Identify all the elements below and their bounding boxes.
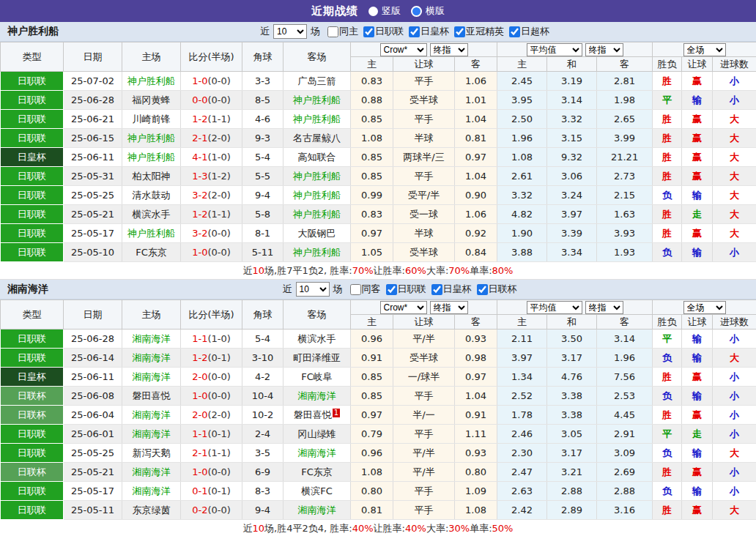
halftime-score: (0-0) — [207, 390, 230, 401]
handicap-line: 受半球 — [393, 91, 455, 110]
league-checkbox[interactable] — [477, 284, 488, 295]
summary-text: 10 — [253, 523, 265, 534]
summary-text: 近 — [243, 522, 253, 535]
corner-count: 10-2 — [242, 406, 284, 425]
same-venue-checkbox[interactable] — [350, 284, 361, 295]
team-section-header: 湘南海洋近10场同客日职联日皇杯日联杯 — [0, 280, 756, 299]
league-checkbox-item[interactable]: 亚冠精英 — [449, 25, 504, 38]
column-header-0: 类型 — [1, 42, 64, 72]
away-team: 湘南海洋 — [284, 387, 351, 406]
league-checkbox[interactable] — [454, 26, 465, 37]
result-outcome: 负 — [653, 349, 682, 368]
handicap-line: 平/半 — [393, 444, 455, 463]
odds-time-select[interactable]: 终指 — [585, 43, 623, 56]
layout-radio-vertical[interactable]: 竖版 — [368, 4, 401, 18]
same-venue-checkbox-item[interactable]: 同主 — [322, 25, 358, 38]
handicap-time-select[interactable]: 终指 — [430, 301, 468, 314]
match-date: 25-06-04 — [64, 406, 122, 425]
away-team-name: 町田泽维亚 — [293, 352, 341, 363]
fulltime-score: 0-2 — [192, 505, 207, 515]
column-header-4: 角球 — [242, 300, 284, 330]
europe-away-odds: 1.96 — [597, 349, 653, 368]
home-team: 湘南海洋 — [122, 482, 181, 501]
handicap-line: 平手 — [393, 501, 455, 520]
home-team-name: 神户胜利船 — [127, 75, 175, 86]
corner-count: 5-8 — [242, 205, 284, 224]
handicap-home-odds: 0.85 — [351, 387, 393, 406]
handicap-source-select[interactable]: Crow* — [380, 43, 427, 56]
home-team: 湘南海洋 — [122, 463, 181, 482]
corner-count: 9-4 — [242, 501, 284, 520]
home-team-name: 湘南海洋 — [133, 352, 171, 363]
same-venue-label: 同客 — [362, 283, 381, 296]
europe-home-odds: 2.45 — [497, 72, 547, 91]
handicap-away-odds: 1.09 — [455, 482, 497, 501]
goals-outcome: 小 — [713, 463, 756, 482]
sub-column-header-1: 让球 — [393, 315, 455, 330]
odds-source-select[interactable]: 平均值 — [527, 301, 582, 314]
match-score: 0-1(0-1) — [181, 482, 242, 501]
match-type-badge: 日职联 — [1, 482, 64, 501]
fulltime-score: 2-1 — [192, 133, 207, 144]
match-score: 3-2(2-0) — [181, 186, 242, 205]
odds-time-select[interactable]: 终指 — [585, 301, 623, 314]
league-checkbox-item[interactable]: 日皇杯 — [404, 25, 449, 38]
league-checkbox-item[interactable]: 日职联 — [358, 25, 404, 38]
away-team-name: 大阪钢巴 — [298, 228, 336, 239]
europe-draw-odds: 2.88 — [547, 482, 597, 501]
handicap-time-select[interactable]: 终指 — [430, 43, 468, 56]
halftime-score: (1-2) — [207, 171, 230, 182]
league-checkbox[interactable] — [363, 26, 374, 37]
match-date: 25-05-11 — [64, 501, 122, 520]
layout-radio-horizontal[interactable]: 横版 — [411, 4, 445, 18]
halftime-score: (1-1) — [207, 209, 230, 220]
scope-select[interactable]: 全场 — [683, 301, 726, 314]
handicap-away-odds: 0.80 — [455, 463, 497, 482]
home-team: 湘南海洋 — [122, 349, 181, 368]
odds-source-select[interactable]: 平均值 — [527, 43, 582, 56]
league-checkbox[interactable] — [509, 26, 520, 37]
sub-column-header-7: 让球 — [682, 315, 713, 330]
recent-count-select[interactable]: 10 — [273, 24, 307, 39]
handicap-away-odds: 0.97 — [455, 368, 497, 387]
same-venue-label: 同主 — [339, 25, 358, 38]
league-checkbox-label: 日职联 — [375, 25, 404, 38]
goals-outcome: 大 — [713, 205, 756, 224]
sub-column-header-3: 主 — [497, 57, 547, 72]
league-checkbox-item[interactable]: 日超杯 — [504, 25, 549, 38]
league-checkbox-item[interactable]: 日职联 — [381, 283, 426, 296]
table-row: 日皇杯25-06-11神户胜利船4-1(1-0)5-4高知联合0.85两球半/三… — [1, 148, 756, 167]
handicap-line: 平手 — [393, 387, 455, 406]
league-checkbox-item[interactable]: 日联杯 — [472, 283, 517, 296]
corner-count: 3-3 — [242, 72, 284, 91]
home-team: 柏太阳神 — [122, 167, 181, 186]
handicap-away-odds: 0.84 — [455, 243, 497, 262]
halftime-score: (0-0) — [207, 371, 230, 382]
filter-bar: 近10场同主日职联日皇杯亚冠精英日超杯 — [258, 24, 549, 39]
halftime-score: (1-0) — [207, 333, 230, 344]
result-group-header: 全场 — [653, 42, 756, 57]
handicap-source-select[interactable]: Crow* — [380, 301, 427, 314]
recent-count-select[interactable]: 10 — [296, 282, 330, 297]
same-venue-checkbox[interactable] — [327, 26, 338, 37]
home-team-name: 福冈黄蜂 — [133, 94, 171, 105]
league-checkbox-item[interactable]: 日皇杯 — [426, 283, 472, 296]
same-venue-checkbox-item[interactable]: 同客 — [345, 283, 381, 296]
handicap-home-odds: 0.99 — [351, 186, 393, 205]
match-score: 1-1(1-0) — [181, 330, 242, 349]
league-checkbox[interactable] — [409, 26, 420, 37]
matches-table: 类型日期主场比分(半场)角球客场Crow*终指平均值终指全场主让球客主和客胜负让… — [0, 42, 756, 262]
table-row: 日职联25-05-31柏太阳神1-3(1-2)5-5神户胜利船0.85平手1.0… — [1, 167, 756, 186]
layout-radio-group: 竖版横版 — [368, 4, 445, 18]
result-outcome: 胜 — [653, 463, 682, 482]
corner-count: 5-11 — [242, 243, 284, 262]
scope-select[interactable]: 全场 — [683, 43, 726, 56]
handicap-outcome: 赢 — [682, 406, 713, 425]
league-checkbox[interactable] — [386, 284, 397, 295]
europe-away-odds: 2.65 — [597, 110, 653, 129]
away-team: 湘南海洋 — [284, 501, 351, 520]
fulltime-score: 0-0 — [192, 94, 207, 105]
league-checkbox[interactable] — [431, 284, 442, 295]
handicap-line: 平手 — [393, 167, 455, 186]
away-team-name: 神户胜利船 — [293, 190, 341, 201]
